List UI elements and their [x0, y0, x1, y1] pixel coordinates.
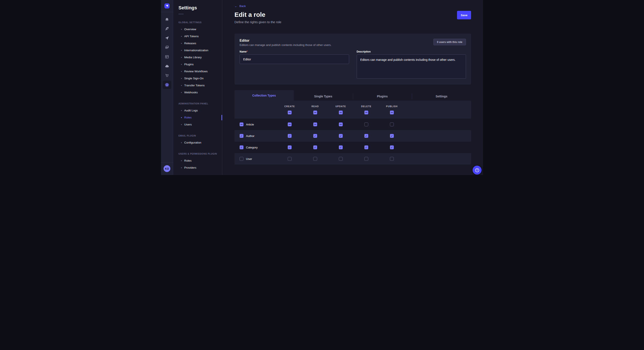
- back-link[interactable]: ← Back: [234, 4, 246, 8]
- sidebar-item-label: Review Workflows: [184, 70, 208, 73]
- checkbox-indeterminate[interactable]: [313, 123, 317, 126]
- logo-cell: [161, 0, 173, 12]
- checkbox-indeterminate[interactable]: [240, 123, 244, 126]
- perm-cell-read: [302, 157, 328, 161]
- sidebar-item-label: Plugins: [184, 63, 194, 66]
- users-with-role-badge[interactable]: 0 users with this role: [434, 39, 466, 45]
- sidebar-item-media-library[interactable]: Media Library: [173, 54, 222, 61]
- sidebar-item-users[interactable]: Users: [173, 121, 222, 128]
- save-button[interactable]: Save: [457, 11, 471, 19]
- description-textarea[interactable]: Editors can manage and publish contents …: [357, 54, 466, 79]
- column-label-publish: PUBLISH: [379, 105, 405, 108]
- checkbox-checked[interactable]: [364, 146, 368, 149]
- checkbox-unchecked[interactable]: [240, 157, 244, 161]
- tab-collection-types[interactable]: Collection Types: [234, 90, 294, 101]
- checkbox-unchecked[interactable]: [364, 123, 368, 126]
- checkbox-checked[interactable]: [390, 134, 394, 138]
- checkbox-checked[interactable]: [313, 134, 317, 138]
- checkbox-checked[interactable]: [364, 134, 368, 138]
- page-subtitle: Define the rights given to the role: [234, 20, 281, 24]
- checkbox-checked[interactable]: [339, 146, 343, 149]
- bullet-icon: [181, 29, 182, 30]
- perm-cell-create: [277, 157, 302, 161]
- subnav-section-label: GLOBAL SETTINGS: [178, 21, 222, 24]
- sidebar-item-releases[interactable]: Releases: [173, 40, 222, 47]
- checkbox-unchecked[interactable]: [390, 123, 394, 126]
- checkbox-checked[interactable]: [288, 146, 292, 149]
- strapi-logo-icon[interactable]: [164, 3, 170, 8]
- role-details-card: Editor Editors can manage and publish co…: [234, 34, 471, 85]
- perm-cell-update: [328, 146, 354, 149]
- sidebar-item-single-sign-on[interactable]: Single Sign-On: [173, 75, 222, 82]
- home-icon[interactable]: [163, 15, 171, 24]
- sidebar-item-review-workflows[interactable]: Review Workflows: [173, 68, 222, 75]
- checkbox-checked[interactable]: [339, 134, 343, 138]
- name-input[interactable]: [240, 54, 349, 64]
- checkbox-checked[interactable]: [313, 146, 317, 149]
- bullet-icon: [181, 124, 182, 125]
- checkbox-unchecked[interactable]: [313, 157, 317, 161]
- gear-icon[interactable]: [163, 81, 171, 89]
- tab-single-types[interactable]: Single Types: [294, 92, 353, 101]
- checkbox-unchecked[interactable]: [364, 157, 368, 161]
- perm-cell-publish: [379, 157, 405, 161]
- header-checkbox-cell-create: [277, 111, 302, 114]
- feather-icon[interactable]: [163, 24, 171, 33]
- sidebar-item-label: Transfer Tokens: [184, 84, 205, 87]
- subnav-title: Settings: [178, 5, 222, 11]
- checkbox-checked[interactable]: [240, 146, 244, 149]
- perm-cell-publish: [379, 123, 405, 126]
- help-button[interactable]: ?: [472, 166, 482, 175]
- tab-plugins[interactable]: Plugins: [353, 92, 412, 101]
- name-label-text: Name: [240, 50, 246, 53]
- checkbox-unchecked[interactable]: [339, 157, 343, 161]
- sidebar-item-roles[interactable]: Roles: [173, 157, 222, 164]
- sidebar-item-webhooks[interactable]: Webhooks: [173, 89, 222, 96]
- checkbox-indeterminate[interactable]: [288, 123, 292, 126]
- layout-icon[interactable]: [163, 52, 171, 61]
- bullet-icon: [181, 36, 182, 37]
- checkbox-indeterminate[interactable]: [313, 111, 317, 114]
- perm-cell-read: [302, 123, 328, 126]
- paper-plane-icon[interactable]: [163, 34, 171, 42]
- checkbox-checked[interactable]: [288, 134, 292, 138]
- role-card-head-text: Editor Editors can manage and publish co…: [240, 39, 332, 47]
- cart-icon[interactable]: [163, 71, 171, 80]
- sidebar-item-label: Single Sign-On: [184, 77, 204, 80]
- checkbox-unchecked[interactable]: [390, 157, 394, 161]
- checkbox-checked[interactable]: [390, 146, 394, 149]
- checkbox-unchecked[interactable]: [288, 157, 292, 161]
- checkbox-checked[interactable]: [240, 134, 244, 138]
- bullet-icon: [181, 142, 182, 143]
- description-field-group: Description Editors can manage and publi…: [357, 50, 466, 80]
- bullet-icon: [181, 160, 182, 161]
- checkbox-indeterminate[interactable]: [288, 111, 292, 114]
- sidebar-item-audit-logs[interactable]: Audit Logs: [173, 107, 222, 114]
- checkbox-indeterminate[interactable]: [390, 111, 394, 114]
- bullet-icon: [181, 50, 182, 51]
- role-card-title: Editor: [240, 39, 332, 42]
- checkbox-indeterminate[interactable]: [339, 111, 343, 114]
- sidebar-item-internationalization[interactable]: Internationalization: [173, 47, 222, 54]
- cloud-icon[interactable]: [163, 62, 171, 70]
- media-library-icon[interactable]: [163, 43, 171, 52]
- sidebar-item-label: Providers: [184, 166, 196, 169]
- bullet-icon: [181, 117, 182, 118]
- sidebar-item-roles[interactable]: Roles: [173, 114, 222, 121]
- user-avatar[interactable]: KD: [164, 165, 170, 172]
- header-checkbox-cell-delete: [354, 111, 379, 114]
- sidebar-item-configuration[interactable]: Configuration: [173, 139, 222, 146]
- sidebar-item-plugins[interactable]: Plugins: [173, 61, 222, 68]
- sidebar-item-transfer-tokens[interactable]: Transfer Tokens: [173, 82, 222, 89]
- sidebar-item-providers[interactable]: Providers: [173, 164, 222, 171]
- checkbox-indeterminate[interactable]: [364, 111, 368, 114]
- row-name-cell: Author: [240, 134, 277, 138]
- checkbox-indeterminate[interactable]: [339, 123, 343, 126]
- column-label-delete: DELETE: [354, 105, 379, 108]
- header-checkbox-cell-publish: [379, 111, 405, 114]
- sidebar-item-api-tokens[interactable]: API Tokens: [173, 33, 222, 40]
- sidebar-item-overview[interactable]: Overview: [173, 26, 222, 33]
- subnav-title-rule: [178, 14, 184, 14]
- table-row-category: Category: [234, 142, 471, 153]
- tab-settings[interactable]: Settings: [412, 92, 471, 101]
